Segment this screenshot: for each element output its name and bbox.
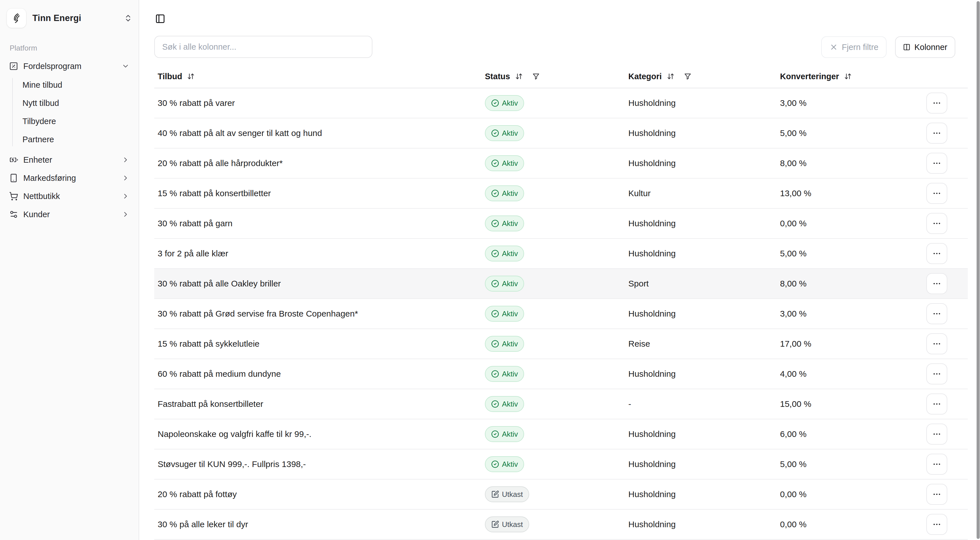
table-row[interactable]: Napoleonskake og valgfri kaffe til kr 99…	[154, 419, 968, 449]
chevron-right-icon	[122, 210, 129, 218]
offer-title: 15 % rabatt på sykkelutleie	[154, 339, 482, 349]
ellipsis-icon	[932, 399, 941, 408]
row-actions-button[interactable]	[926, 394, 947, 415]
funnel-icon	[684, 73, 691, 80]
offer-category: Husholdning	[625, 489, 776, 499]
status-cell: Aktiv	[482, 246, 625, 262]
sidebar-item-kunder[interactable]: Kunder	[6, 205, 133, 224]
offer-title: 30 % på alle leker til dyr	[154, 519, 482, 529]
table-header: Tilbud Status Kategori Konverteringer	[154, 65, 968, 88]
row-actions-button[interactable]	[926, 183, 947, 204]
status-badge: Aktiv	[485, 216, 524, 231]
sidebar-nav: Fordelsprogram Mine tilbud Nytt tilbud T…	[0, 57, 138, 224]
table-row[interactable]: 40 % rabatt på alt av senger til katt og…	[154, 118, 968, 148]
offer-title: 30 % rabatt på varer	[154, 98, 482, 108]
sidebar-subitem[interactable]: Partnere	[6, 130, 133, 148]
row-actions-button[interactable]	[926, 454, 947, 475]
offer-category: Kultur	[625, 189, 776, 198]
workspace-logo-icon	[7, 8, 26, 28]
row-actions-button[interactable]	[926, 514, 947, 535]
table-row[interactable]: 30 % rabatt på alle Oakley briller Aktiv…	[154, 269, 968, 299]
sidebar-subitem[interactable]: Tilbydere	[6, 112, 133, 130]
workspace-switcher[interactable]: Tinn Energi	[7, 8, 132, 29]
offer-category: Husholdning	[625, 98, 776, 108]
clear-filters-label: Fjern filtre	[842, 43, 878, 52]
status-cell: Aktiv	[482, 125, 625, 141]
table-row[interactable]: Fastrabatt på konsertbilleter Aktiv - 15…	[154, 389, 968, 419]
sidebar-item-label: Fordelsprogram	[23, 62, 81, 71]
table-row[interactable]: 3 for 2 på alle klær Aktiv Husholdning 5…	[154, 239, 968, 269]
funnel-icon	[532, 73, 540, 80]
actions-cell	[920, 514, 968, 535]
filter-button[interactable]	[531, 71, 541, 81]
status-badge-label: Aktiv	[502, 280, 518, 287]
row-actions-button[interactable]	[926, 213, 947, 234]
ellipsis-icon	[932, 520, 941, 529]
vertical-scrollbar[interactable]	[977, 1, 980, 539]
columns-icon	[903, 43, 910, 52]
row-actions-button[interactable]	[926, 153, 947, 174]
filter-button[interactable]	[683, 71, 692, 81]
table-row[interactable]: 20 % rabatt på alle hårprodukter* Aktiv …	[154, 148, 968, 179]
sidebar-item-enheter[interactable]: Enheter	[6, 151, 133, 169]
ellipsis-icon	[932, 339, 941, 348]
sort-button[interactable]	[666, 71, 676, 81]
table-row[interactable]: 20 % rabatt på fottøy Utkast Husholdning…	[154, 480, 968, 510]
sidebar-item-markedsforing[interactable]: Markedsføring	[6, 169, 133, 187]
offer-category: Husholdning	[625, 159, 776, 168]
search-input[interactable]	[154, 36, 372, 58]
sidebar-toggle-button[interactable]	[153, 11, 168, 26]
offer-conversions: 3,00 %	[776, 309, 920, 319]
actions-cell	[920, 153, 968, 174]
sort-button[interactable]	[186, 71, 196, 81]
offer-title: 30 % rabatt på alle Oakley briller	[154, 279, 482, 289]
column-label: Tilbud	[158, 72, 182, 81]
row-actions-button[interactable]	[926, 243, 947, 264]
actions-cell	[920, 123, 968, 144]
sidebar-subitem[interactable]: Nytt tilbud	[6, 94, 133, 112]
row-actions-button[interactable]	[926, 364, 947, 384]
row-actions-button[interactable]	[926, 333, 947, 354]
ellipsis-icon	[932, 460, 941, 469]
sort-button[interactable]	[514, 71, 524, 81]
status-badge: Aktiv	[485, 336, 524, 352]
status-badge: Utkast	[485, 516, 529, 532]
status-badge: Aktiv	[485, 95, 524, 111]
clear-filters-button[interactable]: Fjern filtre	[821, 37, 886, 58]
row-actions-button[interactable]	[926, 92, 947, 114]
sort-icon	[515, 73, 523, 80]
actions-cell	[920, 333, 968, 354]
table-row[interactable]: 30 % på alle leker til dyr Utkast Hushol…	[154, 510, 968, 540]
status-badge: Aktiv	[485, 306, 524, 322]
circle-check-icon	[491, 219, 499, 227]
sidebar-subitem[interactable]: Mine tilbud	[6, 76, 133, 94]
table-row[interactable]: 60 % rabatt på medium dundyne Aktiv Hush…	[154, 359, 968, 389]
offer-conversions: 13,00 %	[776, 189, 920, 198]
row-actions-button[interactable]	[926, 424, 947, 445]
table-row[interactable]: 30 % rabatt på varer Aktiv Husholdning 3…	[154, 88, 968, 118]
table-row[interactable]: 15 % rabatt på konsertbilletter Aktiv Ku…	[154, 179, 968, 209]
table-row[interactable]: Støvsuger til KUN 999,-. Fullpris 1398,-…	[154, 449, 968, 480]
workspace-name: Tinn Energi	[32, 13, 118, 23]
sidebar-item-fordelsprogram[interactable]: Fordelsprogram	[6, 57, 133, 75]
columns-label: Kolonner	[915, 43, 947, 52]
row-actions-button[interactable]	[926, 484, 947, 505]
column-header-status: Status	[482, 71, 625, 81]
offer-category: -	[625, 399, 776, 409]
sidebar-item-nettbutikk[interactable]: Nettbutikk	[6, 187, 133, 205]
status-cell: Aktiv	[482, 95, 625, 111]
ellipsis-icon	[932, 129, 941, 138]
offer-conversions: 4,00 %	[776, 369, 920, 379]
row-actions-button[interactable]	[926, 303, 947, 324]
row-actions-button[interactable]	[926, 123, 947, 144]
offer-category: Husholdning	[625, 249, 776, 258]
sort-button[interactable]	[843, 71, 853, 81]
table-row[interactable]: 30 % rabatt på Grød servise fra Broste C…	[154, 299, 968, 329]
status-badge-label: Aktiv	[502, 129, 518, 137]
table-row[interactable]: 30 % rabatt på garn Aktiv Husholdning 0,…	[154, 209, 968, 239]
row-actions-button[interactable]	[926, 273, 947, 294]
table-row[interactable]: 15 % rabatt på sykkelutleie Aktiv Reise …	[154, 329, 968, 359]
offer-title: 40 % rabatt på alt av senger til katt og…	[154, 128, 482, 138]
columns-button[interactable]: Kolonner	[895, 37, 955, 58]
chevron-right-icon	[122, 156, 129, 164]
